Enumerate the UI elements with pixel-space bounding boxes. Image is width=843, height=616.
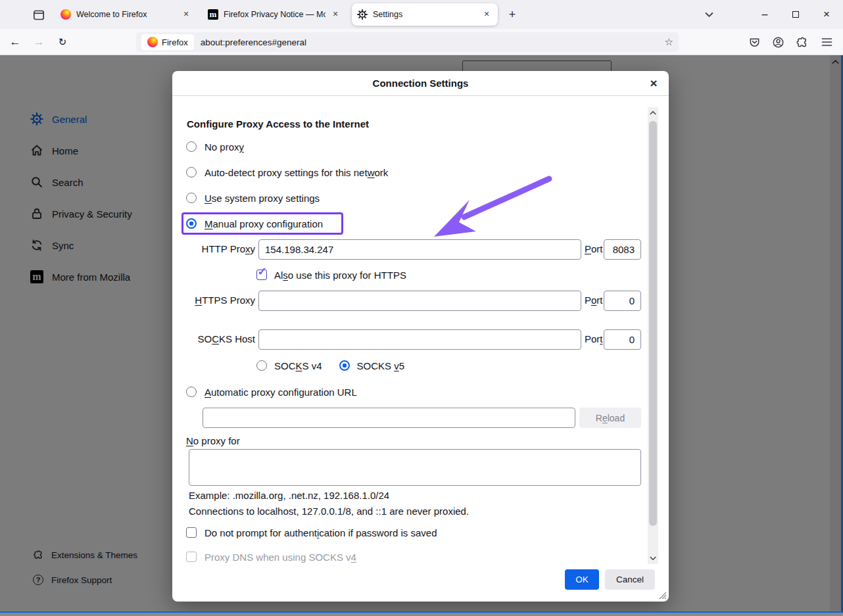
checkbox-also-https[interactable]: ✓ Also use this proxy for HTTPS [256, 268, 406, 281]
checkbox-label: Proxy DNS when using SOCKS v4 [205, 552, 356, 563]
radio-label: No proxy [205, 141, 244, 153]
bookmark-star-icon[interactable]: ☆ [665, 36, 673, 48]
hamburger-icon [821, 37, 832, 47]
window-bottom-edge [0, 613, 843, 616]
radio-label: Automatic proxy configuration URL [205, 387, 357, 398]
connection-settings-dialog: Connection Settings × Configure Proxy Ac… [172, 71, 669, 602]
http-proxy-label: HTTP Proxy [172, 243, 255, 256]
checkbox-icon[interactable]: ✓ [256, 270, 267, 280]
radio-pac-url[interactable]: Automatic proxy configuration URL [186, 385, 357, 398]
minimize-button[interactable]: – [750, 0, 780, 29]
maximize-button[interactable] [781, 0, 811, 29]
radio-icon[interactable] [186, 167, 197, 178]
socks-port-label: Port [585, 333, 603, 346]
settings-page: General Home Search Privacy & Security [0, 55, 843, 611]
close-icon[interactable]: × [645, 75, 662, 92]
list-all-tabs-button[interactable] [698, 6, 719, 23]
close-icon[interactable]: × [180, 9, 192, 20]
close-window-button[interactable]: × [811, 0, 842, 29]
tab-bar: Welcome to Firefox × m Firefox Privacy N… [0, 0, 843, 29]
firefox-view-button[interactable] [30, 7, 47, 24]
maximize-icon [792, 11, 799, 18]
account-button[interactable] [768, 33, 788, 51]
close-icon[interactable]: × [329, 9, 341, 20]
example-text: Example: .mozilla.org, .net.nz, 192.168.… [189, 490, 389, 501]
socks-v4-label: SOCKS v4 [274, 360, 322, 371]
firefox-icon [60, 9, 71, 20]
dialog-title: Connection Settings [373, 78, 469, 89]
forward-button[interactable]: → [29, 32, 49, 52]
socks-v5-label: SOCKS v5 [357, 360, 405, 371]
radio-icon[interactable] [186, 193, 197, 203]
checkbox-no-auth-prompt[interactable]: Do not prompt for authentication if pass… [186, 526, 437, 539]
socks-port-input[interactable] [604, 329, 641, 350]
reload-button[interactable]: ↻ [53, 32, 72, 52]
firefox-icon [147, 37, 158, 47]
puzzle-icon [796, 36, 808, 49]
tab-welcome-to-firefox[interactable]: Welcome to Firefox × [55, 3, 197, 26]
extensions-button[interactable] [792, 33, 811, 51]
scroll-up-icon[interactable] [650, 110, 656, 115]
reload-pac-button[interactable]: Reload [579, 408, 641, 428]
https-proxy-label: HTTPS Proxy [172, 294, 255, 307]
radio-no-proxy[interactable]: No proxy [186, 140, 244, 153]
dialog-scrollbar[interactable] [648, 107, 658, 564]
check-icon: ✓ [257, 264, 267, 279]
firefox-identity-chip: Firefox [141, 34, 194, 50]
checkbox-label: Also use this proxy for HTTPS [274, 270, 406, 281]
radio-icon[interactable] [186, 141, 197, 152]
mozilla-icon: m [208, 9, 218, 20]
no-proxy-for-textarea[interactable] [189, 449, 641, 486]
dialog-header: Connection Settings × [172, 71, 669, 96]
firefox-view-icon [32, 9, 45, 22]
https-port-label: Port [585, 294, 603, 307]
checkbox-proxy-dns: Proxy DNS when using SOCKS v4 [186, 550, 356, 563]
http-port-input[interactable] [604, 239, 641, 260]
url-text[interactable]: about:preferences#general [201, 37, 665, 47]
annotation-highlight-box [181, 212, 343, 235]
radio-label: Auto-detect proxy settings for this netw… [205, 167, 388, 178]
socks-version-group: SOCKS v4 SOCKS v5 [256, 359, 404, 372]
navigation-toolbar: ← → ↻ Firefox about:preferences#general … [0, 29, 843, 55]
radio-use-system[interactable]: Use system proxy settings [186, 191, 320, 204]
socks-host-label: SOCKS Host [172, 333, 255, 346]
radio-socks-v4[interactable] [256, 360, 267, 371]
ok-button[interactable]: OK [565, 569, 599, 590]
localhost-note: Connections to localhost, 127.0.0.1/8, a… [189, 506, 469, 517]
tab-title: Settings [373, 10, 477, 19]
checkbox-label: Do not prompt for authentication if pass… [205, 527, 437, 538]
gear-icon [357, 9, 368, 20]
annotation-arrow [421, 174, 559, 243]
no-proxy-for-label: No proxy for [186, 435, 240, 446]
tab-firefox-privacy-notice[interactable]: m Firefox Privacy Notice — Mozilla × [203, 3, 347, 26]
resize-grip[interactable] [658, 590, 667, 600]
radio-icon[interactable] [186, 387, 197, 397]
menu-button[interactable] [817, 33, 836, 51]
tab-settings[interactable]: Settings × [352, 3, 498, 26]
url-bar[interactable]: Firefox about:preferences#general ☆ [136, 32, 679, 52]
tab-title: Firefox Privacy Notice — Mozilla [224, 10, 325, 19]
pac-url-input[interactable] [203, 408, 575, 428]
checkbox-icon[interactable] [186, 527, 197, 538]
cancel-button[interactable]: Cancel [605, 569, 655, 590]
dialog-heading: Configure Proxy Access to the Internet [187, 118, 369, 130]
radio-socks-v5[interactable] [339, 360, 350, 371]
tab-title: Welcome to Firefox [76, 10, 176, 19]
pocket-button[interactable] [744, 33, 764, 51]
checkbox-icon [186, 552, 197, 562]
account-icon [772, 36, 784, 49]
scrollbar-thumb[interactable] [649, 121, 657, 526]
new-tab-button[interactable]: + [504, 6, 521, 23]
back-button[interactable]: ← [5, 32, 25, 52]
browser-window: Welcome to Firefox × m Firefox Privacy N… [0, 0, 843, 616]
scroll-down-icon[interactable] [650, 556, 656, 561]
https-port-input[interactable] [604, 291, 641, 311]
chevron-down-icon [705, 12, 713, 18]
radio-auto-detect[interactable]: Auto-detect proxy settings for this netw… [186, 166, 388, 179]
http-port-label: Port [585, 243, 603, 256]
chip-label: Firefox [162, 37, 188, 47]
close-icon[interactable]: × [481, 9, 493, 20]
socks-host-input[interactable] [258, 329, 581, 350]
https-proxy-input[interactable] [258, 291, 581, 311]
pocket-icon [748, 36, 761, 49]
